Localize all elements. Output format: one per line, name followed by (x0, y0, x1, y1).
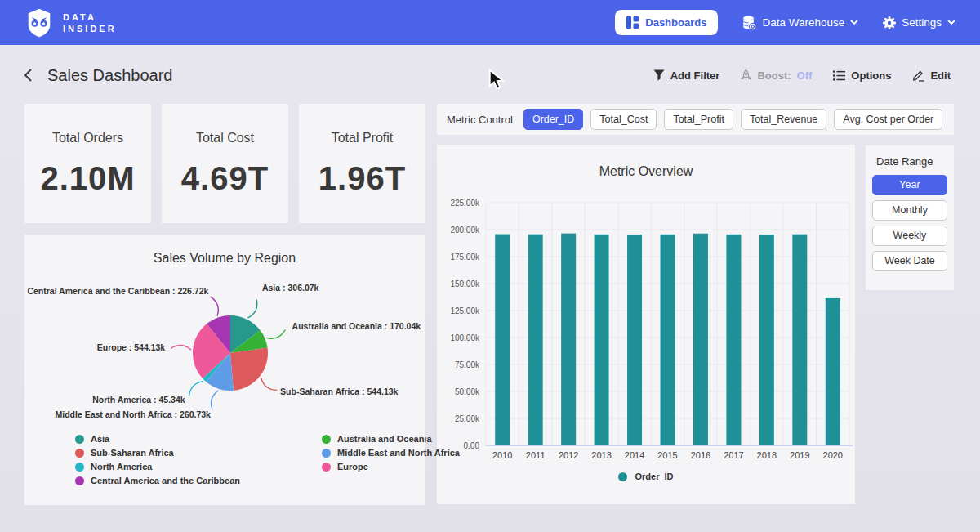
owl-logo-icon (24, 8, 54, 38)
edit-button[interactable]: Edit (912, 69, 951, 82)
bar-2012[interactable] (561, 234, 576, 445)
y-axis-tick: 225.00k (450, 199, 480, 208)
legend-dot (322, 463, 331, 472)
boost-toggle[interactable]: Boost: Off (741, 69, 812, 82)
legend-dot (322, 449, 331, 458)
list-options-icon (833, 70, 845, 81)
chevron-down-icon (947, 20, 956, 25)
legend-dot (75, 435, 84, 444)
legend-label: North America (91, 462, 152, 472)
pie-chart-legend: AsiaSub-Saharan AfricaNorth AmericaCentr… (75, 434, 460, 485)
bar-2010[interactable] (495, 235, 510, 445)
y-axis-tick: 150.00k (450, 279, 480, 288)
options-button[interactable]: Options (833, 69, 891, 82)
y-axis-tick: 175.00k (450, 253, 480, 262)
x-axis-tick: 2019 (790, 450, 809, 460)
kpi-label: Total Profit (332, 131, 394, 145)
metric-control-bar: Metric Control Order_IDTotal_CostTotal_P… (437, 104, 954, 135)
legend-dot (75, 476, 84, 485)
kpi-value: 4.69T (181, 160, 269, 197)
y-axis-tick: 75.00k (455, 360, 480, 369)
metric-control-label: Metric Control (447, 114, 513, 126)
dashboards-grid-icon (626, 16, 639, 29)
kpi-label: Total Cost (196, 131, 254, 145)
metric-button-total-cost[interactable]: Total_Cost (590, 109, 657, 130)
kpi-label: Total Orders (52, 131, 123, 145)
legend-dot (75, 463, 84, 472)
y-axis-tick: 200.00k (450, 226, 480, 235)
metric-button-total-profit[interactable]: Total_Profit (664, 109, 733, 130)
pie-label-north-america: North America : 45.34k (92, 395, 185, 405)
bar-chart-legend[interactable]: Order_ID (437, 472, 855, 481)
date-range-button-monthly[interactable]: Monthly (872, 200, 947, 221)
x-axis-tick: 2013 (591, 450, 611, 460)
pie-label-europe: Europe : 544.13k (97, 342, 166, 352)
top-navbar: DATA INSIDER Dashboards (0, 0, 980, 45)
metric-button-total-revenue[interactable]: Total_Revenue (741, 109, 826, 130)
pie-legend-item-middle-east-and-north-africa[interactable]: Middle East and North Africa (322, 448, 460, 458)
date-range-button-week-date[interactable]: Week Date (872, 251, 947, 271)
y-axis-tick: 50.00k (455, 387, 480, 396)
x-axis-tick: 2010 (492, 450, 512, 460)
settings-menu[interactable]: Settings (883, 16, 956, 29)
kpi-total-cost: Total Cost 4.69T (162, 104, 288, 223)
pie-leader-line (189, 382, 203, 396)
sales-volume-panel: Sales Volume by Region Asia : 306.07kAus… (24, 235, 425, 505)
pie-legend-item-australia-and-oceania[interactable]: Australia and Oceania (322, 434, 460, 444)
x-axis-tick: 2014 (625, 450, 644, 460)
bar-2014[interactable] (627, 235, 642, 445)
x-axis-tick: 2018 (757, 450, 777, 460)
gear-icon (883, 16, 896, 29)
pie-legend-item-asia[interactable]: Asia (75, 434, 240, 444)
pie-chart-title: Sales Volume by Region (24, 251, 425, 266)
kpi-value: 2.10M (40, 160, 135, 197)
pie-legend-item-north-america[interactable]: North America (75, 462, 240, 472)
metric-button-order-id[interactable]: Order_ID (523, 109, 583, 130)
pie-label-australia-and-oceania: Australia and Oceania : 170.04k (292, 321, 421, 331)
data-warehouse-menu[interactable]: Data Warehouse (742, 16, 858, 30)
dashboards-button[interactable]: Dashboards (615, 10, 718, 35)
brand-logo[interactable]: DATA INSIDER (24, 8, 117, 38)
pie-legend-item-central-america-and-the-caribbean[interactable]: Central America and the Caribbean (75, 476, 240, 485)
bar-2015[interactable] (661, 235, 675, 445)
pie-leader-line (211, 297, 219, 316)
legend-label: Order_ID (635, 472, 673, 481)
pie-label-asia: Asia : 306.07k (262, 283, 319, 293)
bar-2018[interactable] (760, 235, 774, 445)
legend-label: Central America and the Caribbean (91, 476, 240, 485)
kpi-total-profit: Total Profit 1.96T (299, 104, 425, 223)
back-button[interactable] (23, 68, 34, 83)
bar-2016[interactable] (693, 234, 708, 445)
pie-label-central-america-and-the-caribbean: Central America and the Caribbean : 226.… (27, 286, 208, 296)
date-range-button-year[interactable]: Year (872, 175, 947, 195)
date-range-button-weekly[interactable]: Weekly (872, 226, 947, 246)
legend-label: Australia and Oceania (337, 434, 432, 444)
legend-label: Asia (91, 434, 109, 444)
metric-button-avg-cost-per-order[interactable]: Avg. Cost per Order (834, 109, 942, 130)
bar-2020[interactable] (826, 298, 840, 445)
pie-leader-line (261, 378, 278, 391)
pie-legend-item-europe[interactable]: Europe (322, 462, 460, 472)
bar-2011[interactable] (528, 235, 543, 445)
legend-dot (618, 472, 627, 481)
x-axis-tick: 2012 (559, 450, 578, 460)
bar-2017[interactable] (726, 235, 741, 445)
bar-2019[interactable] (792, 235, 807, 445)
boost-status: Off (797, 69, 813, 82)
pie-leader-line (211, 391, 218, 410)
bar-chart: 0.0025.00k50.00k75.00k100.00k125.00k150.… (437, 145, 855, 504)
pencil-icon (912, 69, 924, 82)
bar-2013[interactable] (595, 235, 609, 445)
legend-dot (75, 449, 84, 458)
x-axis-tick: 2017 (724, 450, 743, 460)
pie-legend-item-sub-saharan-africa[interactable]: Sub-Saharan Africa (75, 448, 240, 458)
x-axis-tick: 2016 (691, 450, 710, 460)
kpi-value: 1.96T (318, 160, 406, 197)
date-range-label: Date Range (876, 155, 947, 168)
date-range-panel: Date Range YearMonthlyWeeklyWeek Date (866, 145, 954, 290)
database-icon (742, 16, 756, 30)
legend-label: Middle East and North Africa (337, 448, 460, 458)
pie-slice-sub-saharan-africa[interactable] (230, 347, 268, 390)
add-filter-button[interactable]: Add Filter (653, 69, 720, 82)
x-axis-tick: 2015 (657, 450, 677, 460)
